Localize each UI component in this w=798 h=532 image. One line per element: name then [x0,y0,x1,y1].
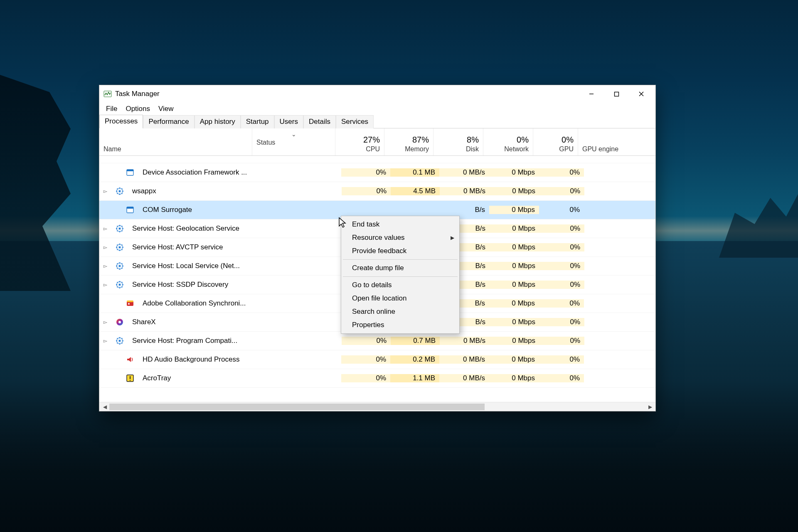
expand-toggle[interactable]: ▻ [99,244,111,250]
expand-toggle[interactable]: ▻ [99,282,111,288]
menu-item-open-file-location[interactable]: Open file location [342,292,458,305]
cell-cpu: 0% [341,355,390,364]
process-row[interactable]: Device Association Framework ...0%0.1 MB… [99,163,655,182]
minimize-button[interactable] [579,86,604,102]
col-memory[interactable]: 87%Memory [384,128,433,155]
expand-toggle[interactable]: ▻ [99,338,111,344]
menu-item-provide-feedback[interactable]: Provide feedback [342,244,458,258]
svg-rect-76 [130,380,131,381]
cell-mem: 0.1 MB [390,168,439,177]
process-row[interactable] [99,156,655,163]
process-row[interactable]: HD Audio Background Process0%0.2 MB0 MB/… [99,350,655,369]
adobe-icon [122,299,138,308]
tab-users[interactable]: Users [274,115,303,128]
menu-item-go-to-details[interactable]: Go to details [342,278,458,292]
cell-disk: 0 MB/s [439,374,489,382]
svg-rect-60 [127,300,133,302]
cell-gpu: 0% [539,262,584,270]
scroll-thumb[interactable] [109,404,485,410]
tabstrip: ProcessesPerformanceApp historyStartupUs… [99,115,655,128]
cell-cpu: 0% [341,168,390,177]
process-name: Service Host: Geolocation Service [128,224,259,233]
submenu-arrow-icon: ▶ [451,235,454,241]
cell-mem: 1.1 MB [390,374,439,382]
col-gpu[interactable]: 0%GPU [533,128,578,155]
svg-point-50 [119,284,121,286]
window-controls [579,86,654,102]
process-row[interactable]: ▻wsappx0%4.5 MB0 MB/s0 Mbps0% [99,182,655,201]
menu-file[interactable]: File [102,103,121,114]
col-status[interactable]: ⌄ Status [252,128,335,155]
service-icon [111,243,128,251]
context-menu[interactable]: End taskResource values▶Provide feedback… [341,216,460,334]
cell-gpu: 0% [539,187,584,195]
tab-performance[interactable]: Performance [143,115,194,128]
svg-rect-18 [127,207,133,209]
titlebar[interactable]: Task Manager [99,85,655,103]
cell-gpu: 0% [539,206,584,214]
cell-disk: 0 MB/s [439,355,489,364]
cell-gpu: 0% [539,318,584,326]
svg-rect-2 [614,92,618,96]
svg-rect-75 [130,376,131,379]
chevron-right-icon: ▻ [103,319,107,325]
cell-gpu: 0% [539,243,584,251]
scroll-track[interactable] [109,404,645,410]
cell-disk: B/s [439,206,489,214]
col-name[interactable]: Name [99,128,252,155]
expand-toggle[interactable]: ▻ [99,188,111,194]
cell-net: 0 Mbps [489,355,539,364]
scroll-right-icon[interactable]: ▶ [645,403,655,411]
scroll-left-icon[interactable]: ◀ [100,403,109,411]
tab-processes[interactable]: Processes [99,115,143,128]
cell-gpu: 0% [539,374,584,382]
close-button[interactable] [629,86,654,102]
maximize-button[interactable] [604,86,629,102]
expand-toggle[interactable]: ▻ [99,226,111,232]
audio-icon [122,355,138,364]
menu-item-search-online[interactable]: Search online [342,305,458,318]
process-name: HD Audio Background Process [138,355,258,364]
cell-net: 0 Mbps [489,168,539,177]
horizontal-scrollbar[interactable]: ◀ ▶ [99,402,655,411]
service-icon [111,187,128,195]
expand-toggle[interactable]: ▻ [99,263,111,269]
menu-view[interactable]: View [154,103,178,114]
svg-point-40 [119,265,121,267]
process-name: Service Host: Program Compati... [128,337,259,345]
menu-item-end-task[interactable]: End task [342,218,458,231]
col-network[interactable]: 0%Network [483,128,533,155]
cell-net: 0 Mbps [489,299,539,308]
col-gpu-engine[interactable]: GPU engine [578,128,655,155]
tab-services[interactable]: Services [336,115,374,128]
cell-mem: 4.5 MB [391,187,440,195]
menu-options[interactable]: Options [121,103,154,114]
tab-app-history[interactable]: App history [195,115,241,128]
menu-item-resource-values[interactable]: Resource values▶ [342,231,458,244]
chevron-right-icon: ▻ [103,188,107,194]
cell-net: 0 Mbps [489,206,539,214]
chevron-right-icon: ▻ [103,226,107,232]
process-name: Service Host: AVCTP service [128,243,259,251]
cell-cpu: 0% [342,187,391,195]
process-name: Adobe Collaboration Synchroni... [138,299,258,308]
cell-net: 0 Mbps [490,243,539,251]
col-disk[interactable]: 8%Disk [433,128,483,155]
svg-point-65 [119,340,121,342]
chevron-right-icon: ▻ [103,338,107,344]
tab-startup[interactable]: Startup [241,115,274,128]
process-row[interactable]: ▻Service Host: Program Compati...0%0.7 M… [99,332,655,350]
tab-details[interactable]: Details [303,115,336,128]
process-row[interactable]: AcroTray0%1.1 MB0 MB/s0 Mbps0% [99,369,655,388]
process-name: Service Host: Local Service (Net... [128,262,259,270]
expand-toggle[interactable]: ▻ [99,319,111,325]
cell-cpu: 0% [341,374,390,382]
menu-item-properties[interactable]: Properties [342,318,458,332]
process-name: COM Surrogate [138,206,258,214]
svg-point-63 [118,321,121,323]
col-cpu[interactable]: 27%CPU [335,128,384,155]
cell-net: 0 Mbps [489,374,539,382]
menu-item-create-dump-file[interactable]: Create dump file [342,261,458,275]
service-icon [111,224,128,233]
cell-gpu: 0% [539,299,584,308]
